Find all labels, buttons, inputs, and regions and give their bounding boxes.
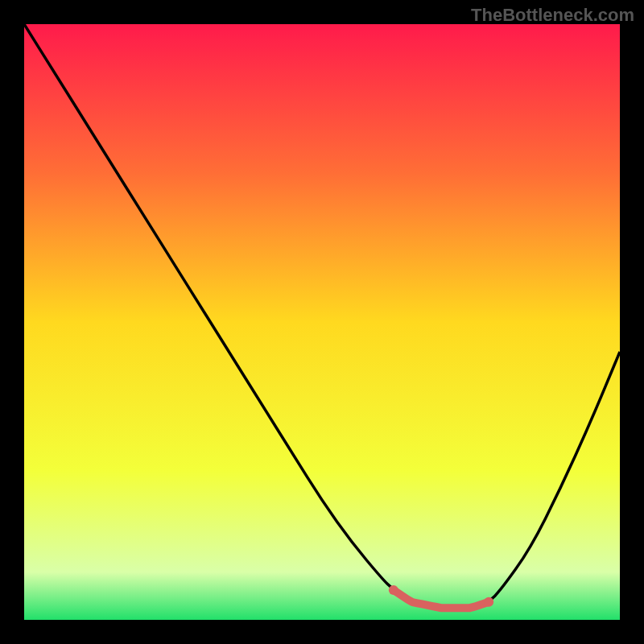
bottleneck-chart	[24, 24, 620, 620]
optimal-start-dot	[389, 585, 398, 595]
gradient-background	[24, 24, 620, 620]
optimal-end-dot	[484, 597, 493, 607]
watermark-text: TheBottleneck.com	[471, 5, 634, 26]
chart-container	[24, 24, 620, 620]
